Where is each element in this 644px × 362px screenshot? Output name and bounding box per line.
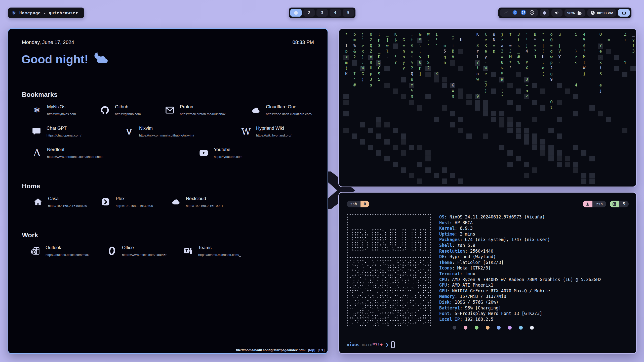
bookmark-nerdfont[interactable]: ANerdfonthttps://www.nerdfonts.com/cheat… bbox=[31, 147, 103, 159]
matrix-char: U bbox=[458, 37, 464, 42]
check-circle-icon[interactable] bbox=[529, 10, 535, 16]
bookmark-teams[interactable]: Teamshttps://teams.microsoft.com/_ bbox=[183, 245, 241, 257]
workspace-1[interactable] bbox=[290, 9, 302, 17]
matrix-char: ] bbox=[385, 37, 390, 42]
matrix-block bbox=[507, 117, 513, 122]
matrix-char: ? bbox=[581, 49, 587, 54]
bookmark-cloudflare-one[interactable]: Cloudflare Onehttps://one.dash.cloudflar… bbox=[250, 104, 312, 116]
bluetooth-icon[interactable] bbox=[512, 10, 517, 16]
shield-icon[interactable] bbox=[521, 10, 526, 16]
bookmark-chat-gpt[interactable]: Chat GPThttps://chat.openai.com/ bbox=[31, 126, 81, 137]
bookmark-outlook[interactable]: Outlookhttps://outlook.office.com/mail/ bbox=[30, 245, 90, 257]
tmux-window-index[interactable]: 0 bbox=[360, 201, 369, 207]
bookmark-text: Officehttps://www.office.com/?auth=2 bbox=[122, 245, 167, 257]
matrix-char: & bbox=[417, 32, 423, 37]
fetch-value: : 1577MiB / 31377MiB bbox=[455, 294, 506, 299]
send-icon[interactable] bbox=[503, 10, 509, 16]
matrix-char: p bbox=[368, 71, 374, 76]
bookmark-proton[interactable]: Protonhttps://mail.proton.me/u/0/inbox bbox=[164, 104, 225, 116]
workspace-5[interactable]: 5 bbox=[343, 9, 354, 17]
window-title-pill: ❋ Homepage - qutebrowser bbox=[8, 8, 84, 18]
matrix-char: ! bbox=[524, 37, 530, 42]
bookmark-url: http://192.168.2.16:8081/#/ bbox=[48, 204, 87, 208]
matrix-block bbox=[557, 162, 562, 167]
bookmark-youtube[interactable]: Youtubehttps://youtube.com bbox=[198, 147, 242, 159]
workspace-4[interactable]: 4 bbox=[330, 9, 341, 17]
matrix-block bbox=[573, 111, 578, 116]
matrix-block bbox=[343, 111, 349, 116]
matrix-char: 2 bbox=[352, 55, 357, 59]
matrix-block bbox=[491, 88, 496, 94]
chat-icon bbox=[31, 126, 42, 137]
matrix-char: j bbox=[360, 32, 366, 37]
matrix-block bbox=[499, 111, 504, 116]
volume-button[interactable] bbox=[551, 9, 562, 17]
matrix-char: 4 bbox=[573, 83, 579, 87]
workspace-2[interactable]: 2 bbox=[303, 9, 315, 17]
fetch-value: : NVIDIA GeForce RTX 4070 Max-Q / Mobile bbox=[447, 288, 550, 293]
fetch-key: Resolution bbox=[439, 249, 465, 254]
power-button[interactable] bbox=[618, 9, 630, 17]
matrix-char: * bbox=[508, 60, 513, 65]
tmux-pane-pill: 5 bbox=[610, 201, 629, 207]
fetch-line: Memory: 1577MiB / 31377MiB bbox=[439, 294, 601, 299]
bookmark-text: Nerdfonthttps://www.nerdfonts.com/cheat-… bbox=[47, 147, 103, 159]
matrix-char: Q bbox=[409, 71, 415, 76]
workspace-3[interactable]: 3 bbox=[316, 9, 328, 17]
matrix-block bbox=[466, 133, 472, 139]
matrix-block bbox=[606, 117, 611, 122]
bookmark-row: Casahttp://192.168.2.16:8081/#/Plexhttp:… bbox=[22, 196, 317, 217]
fetch-value: : AMD ATI Phoenix1 bbox=[447, 283, 493, 288]
matrix-block bbox=[532, 167, 537, 173]
window-title: Homepage - qutebrowser bbox=[19, 11, 78, 15]
tmux-session-name[interactable]: zsh bbox=[347, 201, 360, 207]
bookmark-title: Nerdfont bbox=[47, 147, 103, 152]
matrix-char: J bbox=[483, 83, 489, 87]
matrix-char: s bbox=[368, 83, 374, 87]
matrix-char: s bbox=[516, 43, 521, 48]
bookmark-row: ANerdfonthttps://www.nerdfonts.com/cheat… bbox=[22, 147, 317, 168]
terminal-cursor[interactable] bbox=[391, 341, 395, 348]
matrix-char: . bbox=[417, 49, 423, 54]
bookmark-office[interactable]: Officehttps://www.office.com/?auth=2 bbox=[106, 245, 167, 257]
github-icon bbox=[99, 105, 110, 116]
recorder-button[interactable] bbox=[540, 9, 549, 17]
bookmark-row: Chat GPThttps://chat.openai.com/VNixvimh… bbox=[22, 126, 317, 146]
bookmark-plex[interactable]: Plexhttp://192.168.2.16:32400 bbox=[100, 196, 153, 208]
matrix-char: | bbox=[557, 43, 562, 48]
matrix-block bbox=[352, 133, 357, 139]
bookmark-text: Nextcloudhttp://192.168.2.16:10081 bbox=[186, 196, 223, 208]
matrix-char: Z bbox=[368, 49, 374, 54]
matrix-char: K bbox=[483, 43, 489, 48]
bookmark-mynixos[interactable]: ❄MyNixOshttps://mynixos.com bbox=[31, 104, 76, 116]
bookmark-url: http://192.168.2.16:10081 bbox=[186, 204, 223, 208]
matrix-char: $ bbox=[581, 43, 587, 48]
matrix-char: G bbox=[376, 66, 382, 70]
matrix-block bbox=[548, 150, 554, 156]
matrix-block bbox=[442, 167, 447, 173]
matrix-char: U bbox=[368, 66, 374, 70]
bookmark-url: https://github.com bbox=[115, 112, 141, 116]
bookmark-nixvim[interactable]: VNixvimhttps://nix-community.github.io/n… bbox=[124, 126, 194, 137]
matrix-char: e bbox=[540, 66, 546, 70]
bookmark-hyprland-wiki[interactable]: WHyprland Wikihttps://wiki.hyprland.org/ bbox=[240, 126, 291, 137]
fetch-key: Packages bbox=[439, 237, 460, 242]
matrix-char: i bbox=[573, 32, 579, 37]
matrix-char: W bbox=[483, 66, 489, 70]
clock-indicator[interactable]: 08:33 PM bbox=[587, 9, 616, 17]
matrix-char: y bbox=[631, 37, 636, 42]
fetch-line: Terminal: tmux bbox=[439, 271, 601, 277]
matrix-char: g bbox=[549, 71, 554, 76]
matrix-block bbox=[483, 100, 488, 105]
battery-indicator[interactable]: 98% bbox=[565, 9, 585, 17]
matrix-block bbox=[557, 133, 562, 139]
matrix-block bbox=[557, 117, 562, 122]
office-icon bbox=[106, 245, 117, 256]
matrix-char: ' bbox=[360, 37, 366, 42]
fetch-info-block: OS: NixOS 24.11.20240612.57d6973 (Vicuña… bbox=[439, 214, 601, 322]
bookmark-casa[interactable]: Casahttp://192.168.2.16:8081/#/ bbox=[32, 196, 87, 208]
bookmark-nextcloud[interactable]: Nextcloudhttp://192.168.2.16:10081 bbox=[170, 196, 223, 208]
matrix-char: S bbox=[417, 37, 423, 42]
bookmark-github[interactable]: Githubhttps://github.com bbox=[99, 104, 141, 116]
matrix-char: i bbox=[434, 32, 439, 37]
